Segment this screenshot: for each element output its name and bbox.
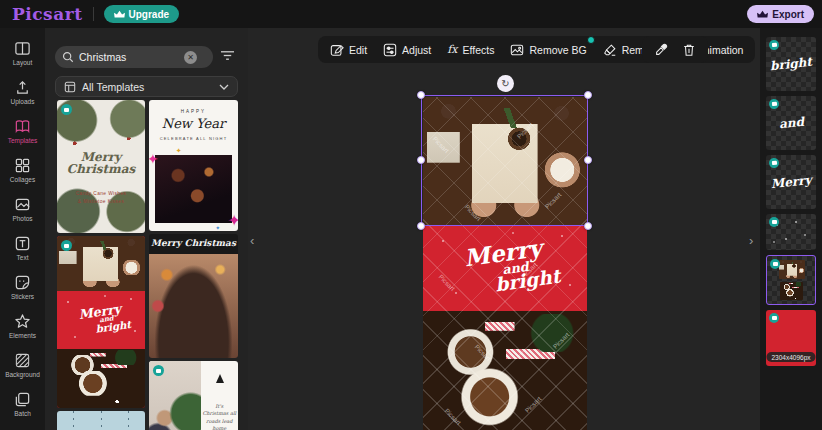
- resize-handle-top-right[interactable]: [584, 91, 592, 99]
- batch-icon: [14, 391, 31, 408]
- effects-button[interactable]: fx Effects: [447, 43, 494, 56]
- crown-icon: [757, 10, 768, 19]
- cocoa-photo-thumb: [780, 282, 803, 300]
- edit-button[interactable]: Edit: [330, 43, 367, 57]
- search-bar[interactable]: ✕: [55, 46, 213, 68]
- resize-handle-top-left[interactable]: [417, 91, 425, 99]
- layer-badge-icon: [769, 99, 780, 110]
- star-sticker-icon: ✦: [215, 225, 220, 231]
- template-badge-icon: [61, 104, 72, 115]
- sidebar-item-label: Uploads: [11, 98, 35, 105]
- picsart-logo[interactable]: Picsart: [12, 4, 83, 24]
- layer-red-background[interactable]: 2304x4096px: [766, 310, 816, 366]
- template-new-year-card[interactable]: HAPPY New Year CELEBRATE ALL NIGHT ✦ ✦ ✦…: [149, 100, 238, 231]
- layer-sparkles[interactable]: [766, 214, 816, 250]
- sidebar-item-batch[interactable]: Batch: [0, 387, 45, 420]
- sidebar-item-layout[interactable]: Layout: [0, 36, 45, 69]
- sidebar-item-text[interactable]: Text: [0, 231, 45, 264]
- sidebar-item-label: Photos: [12, 215, 32, 222]
- adjust-button[interactable]: Adjust: [383, 43, 431, 57]
- star-sticker-icon: ✦: [149, 152, 159, 166]
- clear-search-icon[interactable]: ✕: [184, 51, 197, 64]
- sparkler-photo: [155, 155, 232, 223]
- layer-text: Merry: [770, 173, 812, 191]
- collapse-left-panel-icon[interactable]: ‹: [250, 233, 254, 248]
- layer-text: bright: [769, 55, 812, 73]
- resize-handle-bottom-left[interactable]: [417, 222, 425, 230]
- template-category-icon: [64, 81, 76, 93]
- sidebar-item-uploads[interactable]: Uploads: [0, 75, 45, 108]
- export-button[interactable]: Export: [747, 5, 814, 23]
- eyedropper-button[interactable]: [654, 43, 668, 57]
- canvas-red-band-layer[interactable]: Merry and bright: [423, 225, 587, 311]
- templates-icon: [14, 118, 31, 135]
- sidebar-item-stickers[interactable]: Stickers: [0, 270, 45, 303]
- layer-photos-selected[interactable]: [766, 255, 816, 305]
- sidebar-item-background[interactable]: Background: [0, 348, 45, 381]
- layer-text-and[interactable]: and: [766, 96, 816, 150]
- upgrade-button[interactable]: Upgrade: [104, 5, 180, 23]
- dropdown-label: All Templates: [82, 81, 144, 93]
- sidebar-item-label: Text: [17, 254, 29, 261]
- upload-icon: [14, 79, 31, 96]
- gift-photo-thumb: [779, 260, 806, 279]
- template-badge-icon: [153, 365, 164, 376]
- sidebar-item-collages[interactable]: Collages: [0, 153, 45, 186]
- star-sticker-icon: ✦: [228, 213, 238, 229]
- top-bar: Picsart Upgrade Export: [0, 0, 822, 28]
- crown-icon: [114, 10, 125, 19]
- effects-icon: fx: [447, 43, 457, 56]
- canvas-gift-photo-layer[interactable]: [423, 97, 587, 225]
- resize-handle-left[interactable]: [417, 156, 425, 164]
- layer-badge-icon: [769, 217, 779, 227]
- couple-photo: [149, 254, 238, 358]
- template-category-dropdown[interactable]: All Templates: [55, 76, 238, 97]
- canvas-size-badge: 2304x4096px: [766, 352, 815, 362]
- chevron-down-icon: [219, 84, 229, 90]
- adjust-icon: [383, 43, 397, 57]
- canvas-cocoa-photo-layer[interactable]: [423, 311, 587, 430]
- template-family-card[interactable]: It's Christmas all roads lead home: [149, 361, 238, 430]
- template-red-collage[interactable]: Merry and bright: [57, 236, 145, 408]
- sidebar-item-photos[interactable]: Photos: [0, 192, 45, 225]
- layer-text-merry[interactable]: Merry: [766, 155, 816, 209]
- layer-text-bright[interactable]: bright: [766, 37, 816, 91]
- template-title: Merry Christmas: [57, 151, 145, 176]
- left-icon-rail: Layout Uploads Templates Collages Photos…: [0, 28, 45, 430]
- tree-glyph: [216, 374, 224, 383]
- remove-bg-icon: [510, 43, 524, 57]
- photos-icon: [14, 196, 31, 213]
- remove-bg-button[interactable]: Remove BG: [510, 43, 586, 57]
- upgrade-label: Upgrade: [129, 9, 170, 20]
- collapse-right-panel-icon[interactable]: ›: [749, 233, 753, 248]
- template-dark-couple-card[interactable]: Merry Christmas: [149, 234, 238, 358]
- filter-icon[interactable]: [220, 49, 235, 62]
- star-sticker-icon: ✦: [176, 147, 182, 154]
- text-icon: [14, 235, 31, 252]
- sidebar-item-label: Stickers: [11, 293, 34, 300]
- canvas-workspace[interactable]: Edit Adjust fx Effects Remove BG Remove …: [248, 28, 760, 430]
- sidebar-item-elements[interactable]: Elements: [0, 309, 45, 342]
- canvas-composition: Merry and bright Picsart Picsart Picsart…: [423, 97, 587, 430]
- rotate-handle-icon[interactable]: ↻: [497, 75, 514, 92]
- elements-icon: [14, 313, 31, 330]
- resize-handle-right[interactable]: [584, 156, 592, 164]
- export-label: Export: [772, 9, 804, 20]
- new-feature-badge: [587, 36, 595, 44]
- layer-badge-icon: [769, 40, 780, 51]
- template-subtitle: CELEBRATE ALL NIGHT: [149, 136, 238, 141]
- sidebar-item-templates[interactable]: Templates: [0, 114, 45, 147]
- sidebar-item-label: Templates: [8, 137, 38, 144]
- template-blue-ornaments[interactable]: [57, 411, 145, 430]
- delete-button[interactable]: [682, 43, 696, 57]
- search-input[interactable]: [79, 51, 179, 63]
- stickers-icon: [14, 274, 31, 291]
- template-merry-christmas-card[interactable]: Merry Christmas Candy Cane Wishes & Mist…: [57, 100, 145, 233]
- layout-icon: [14, 40, 31, 57]
- template-caption: It's Christmas all roads lead home: [202, 403, 236, 430]
- resize-handle-bottom-right[interactable]: [584, 222, 592, 230]
- sidebar-item-label: Layout: [13, 59, 33, 66]
- search-icon: [62, 51, 74, 63]
- layer-badge-icon: [769, 158, 780, 169]
- template-title: Merry Christmas: [149, 238, 238, 248]
